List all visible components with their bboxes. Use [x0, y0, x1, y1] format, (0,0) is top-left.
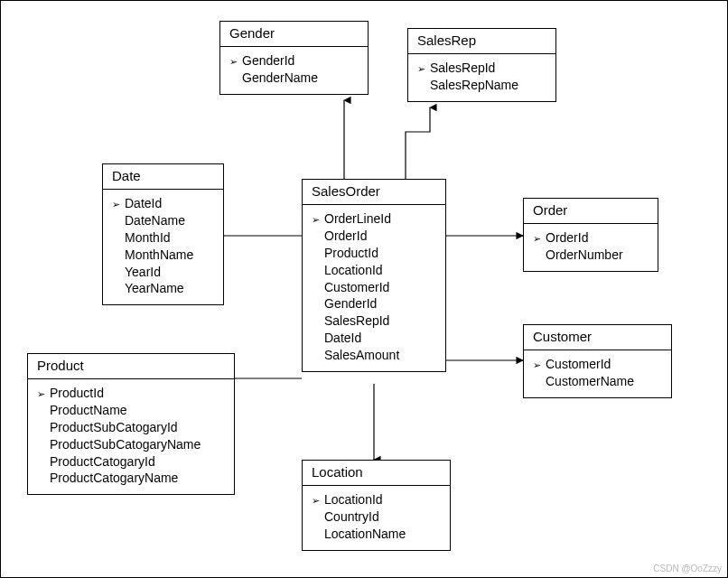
attribute-label: ProductSubCatogaryId [50, 419, 178, 436]
entity-title: Location [303, 461, 450, 486]
attribute-label: SalesRepId [324, 312, 389, 330]
connector-salesorder-salesrep [406, 107, 430, 179]
attribute-label: SalesRepId [430, 60, 495, 77]
entity-body: ➢ProductIdProductNameProductSubCatogaryI… [28, 379, 234, 494]
attribute-label: GenderName [242, 70, 318, 87]
key-marker-icon: ➢ [533, 232, 546, 246]
attribute-row: SalesRepName [417, 77, 546, 94]
attribute-row: ➢DateId [112, 195, 214, 212]
entity-title: Date [103, 164, 223, 190]
attribute-row: ➢OrderId [533, 229, 649, 247]
attribute-label: CustomerId [546, 356, 611, 373]
key-marker-icon: ➢ [229, 55, 242, 69]
attribute-row: SalesRepId [312, 312, 436, 330]
key-marker-icon: ➢ [417, 62, 430, 76]
attribute-row: ProductId [312, 245, 436, 262]
attribute-label: ProductCatogaryId [50, 453, 155, 471]
key-marker-icon: ➢ [312, 213, 324, 227]
attribute-label: YearName [125, 280, 184, 297]
attribute-row: ProductCatogaryName [37, 470, 225, 487]
attribute-label: LocationId [324, 262, 383, 279]
attribute-label: CustomerName [546, 373, 634, 390]
entity-title: Order [524, 199, 658, 224]
entity-salesorder: SalesOrder ➢OrderLineIdOrderIdProductIdL… [302, 179, 446, 372]
attribute-row: CustomerName [533, 373, 662, 390]
attribute-row: MonthId [112, 229, 214, 247]
attribute-label: DateName [125, 212, 185, 229]
entity-body: ➢OrderLineIdOrderIdProductIdLocationIdCu… [303, 205, 445, 371]
attribute-row: CountryId [312, 508, 441, 526]
entity-body: ➢LocationIdCountryIdLocationName [303, 486, 450, 550]
attribute-row: ➢SalesRepId [417, 60, 546, 77]
entity-product: Product ➢ProductIdProductNameProductSubC… [27, 353, 235, 495]
attribute-row: LocationName [312, 526, 441, 543]
attribute-label: OrderNumber [546, 247, 623, 264]
attribute-row: ProductSubCatogaryName [37, 436, 225, 453]
attribute-label: YearId [125, 264, 161, 281]
attribute-label: OrderId [546, 229, 588, 247]
attribute-label: OrderId [324, 228, 367, 245]
attribute-row: YearName [112, 280, 214, 297]
attribute-row: DateId [312, 330, 436, 347]
attribute-row: ➢OrderLineId [312, 210, 436, 228]
entity-order: Order ➢OrderIdOrderNumber [523, 198, 658, 272]
attribute-label: LocationId [324, 491, 383, 508]
attribute-row: ProductCatogaryId [37, 453, 225, 471]
entity-body: ➢GenderIdGenderName [220, 47, 368, 94]
attribute-row: YearId [112, 264, 214, 281]
entity-customer: Customer ➢CustomerIdCustomerName [523, 324, 672, 398]
attribute-row: MonthName [112, 247, 214, 264]
entity-date: Date ➢DateIdDateNameMonthIdMonthNameYear… [102, 163, 224, 305]
entity-gender: Gender ➢GenderIdGenderName [219, 21, 369, 95]
attribute-label: SalesRepName [430, 77, 518, 94]
watermark: CSDN @OoZzzy [653, 564, 722, 573]
attribute-label: LocationName [324, 526, 406, 543]
key-marker-icon: ➢ [312, 494, 324, 508]
attribute-label: GenderId [242, 52, 294, 70]
entity-salesrep: SalesRep ➢SalesRepIdSalesRepName [407, 28, 556, 102]
entity-title: Product [28, 354, 234, 379]
attribute-row: OrderNumber [533, 247, 649, 264]
attribute-label: ProductName [50, 402, 127, 419]
key-marker-icon: ➢ [37, 387, 50, 401]
entity-body: ➢OrderIdOrderNumber [524, 224, 658, 271]
entity-title: Customer [524, 325, 671, 350]
attribute-row: ➢ProductId [37, 385, 225, 402]
attribute-label: MonthId [125, 229, 171, 247]
key-marker-icon: ➢ [533, 359, 546, 372]
attribute-label: ProductId [50, 385, 104, 402]
entity-title: SalesRep [408, 29, 555, 54]
attribute-label: CountryId [324, 508, 379, 526]
attribute-label: ProductId [324, 245, 378, 262]
attribute-row: CustomerId [312, 279, 436, 296]
diagram-canvas: Gender ➢GenderIdGenderName SalesRep ➢Sal… [0, 0, 728, 578]
attribute-row: SalesAmount [312, 347, 436, 364]
attribute-row: GenderName [229, 70, 359, 87]
entity-body: ➢SalesRepIdSalesRepName [408, 54, 555, 101]
attribute-label: DateId [125, 195, 162, 212]
attribute-label: GenderId [324, 295, 377, 312]
attribute-row: DateName [112, 212, 214, 229]
entity-body: ➢CustomerIdCustomerName [524, 350, 671, 397]
entity-title: SalesOrder [303, 180, 445, 205]
attribute-row: GenderId [312, 295, 436, 312]
attribute-label: OrderLineId [324, 210, 391, 228]
attribute-row: ProductSubCatogaryId [37, 419, 225, 436]
attribute-label: ProductSubCatogaryName [50, 436, 201, 453]
attribute-row: LocationId [312, 262, 436, 279]
attribute-label: MonthName [125, 247, 193, 264]
entity-location: Location ➢LocationIdCountryIdLocationNam… [302, 460, 451, 551]
entity-title: Gender [220, 22, 368, 47]
attribute-label: CustomerId [324, 279, 389, 296]
attribute-row: ProductName [37, 402, 225, 419]
attribute-label: DateId [324, 330, 361, 347]
key-marker-icon: ➢ [112, 198, 125, 211]
attribute-row: ➢CustomerId [533, 356, 662, 373]
attribute-label: ProductCatogaryName [50, 470, 178, 487]
attribute-row: OrderId [312, 228, 436, 245]
attribute-row: ➢LocationId [312, 491, 441, 508]
entity-body: ➢DateIdDateNameMonthIdMonthNameYearIdYea… [103, 190, 223, 304]
attribute-label: SalesAmount [324, 347, 399, 364]
attribute-row: ➢GenderId [229, 52, 359, 70]
